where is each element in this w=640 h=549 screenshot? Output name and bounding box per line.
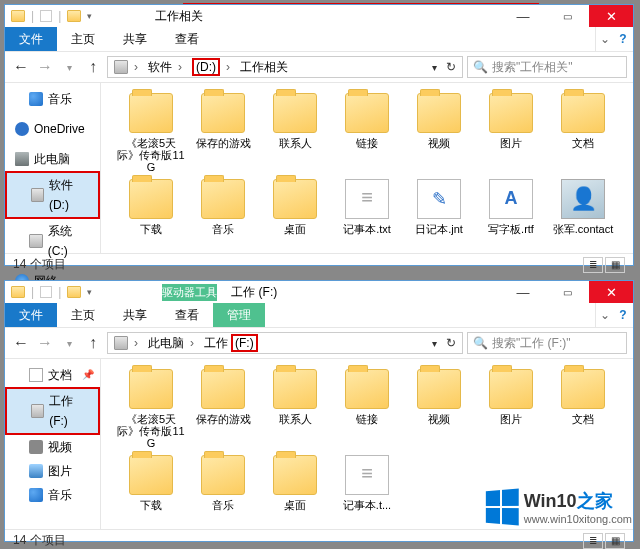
tab-view[interactable]: 查看 <box>161 303 213 327</box>
file-item[interactable]: 文档 <box>547 369 619 455</box>
maximize-button[interactable]: ▭ <box>545 5 589 27</box>
file-pane[interactable]: 《老滚5天际》传奇版11G保存的游戏联系人链接视频图片文档下载音乐桌面记事本.t… <box>101 83 633 253</box>
nav-videos[interactable]: 视频 <box>5 435 100 459</box>
minimize-button[interactable]: — <box>501 281 545 303</box>
breadcrumb[interactable]: 工作 (F:) <box>198 333 268 353</box>
file-item[interactable]: 保存的游戏 <box>187 93 259 179</box>
file-item[interactable]: 视频 <box>403 93 475 179</box>
view-details-button[interactable]: ≣ <box>583 257 603 273</box>
forward-button[interactable]: → <box>35 333 55 353</box>
back-button[interactable]: ← <box>11 333 31 353</box>
qat-placeholder-icon[interactable] <box>40 10 52 22</box>
nav-documents[interactable]: 文档📌 <box>5 363 100 387</box>
file-item[interactable]: 图片 <box>475 93 547 179</box>
file-item[interactable]: 下载 <box>115 179 187 265</box>
history-chevron-icon[interactable]: ▾ <box>59 57 79 77</box>
help-icon[interactable]: ? <box>613 303 633 327</box>
qat-folder-icon[interactable] <box>67 10 81 22</box>
file-item[interactable]: 记事本.txt <box>331 179 403 265</box>
nav-drive-d[interactable]: 软件 (D:) <box>5 171 100 219</box>
qat-folder-icon[interactable] <box>67 286 81 298</box>
tab-home[interactable]: 主页 <box>57 27 109 51</box>
path-chevron-icon[interactable]: ▾ <box>432 62 437 73</box>
nav-this-pc[interactable]: 此电脑 <box>5 147 100 171</box>
nav-music[interactable]: 音乐 <box>5 87 100 111</box>
search-input[interactable]: 🔍 搜索"工作 (F:)" <box>467 332 627 354</box>
file-item[interactable]: 《老滚5天际》传奇版11G <box>115 369 187 455</box>
forward-button[interactable]: → <box>35 57 55 77</box>
qat-chevron-icon[interactable]: ▾ <box>87 11 92 21</box>
nav-drive-f[interactable]: 工作 (F:) <box>5 387 100 435</box>
music-icon <box>29 488 43 502</box>
file-item[interactable]: 音乐 <box>187 179 259 265</box>
file-label: 下载 <box>140 499 162 511</box>
file-item[interactable]: 《老滚5天际》传奇版11G <box>115 93 187 179</box>
window-title: 工作相关 <box>155 8 203 25</box>
breadcrumb[interactable]: 此电脑 <box>142 333 198 353</box>
view-details-button[interactable]: ≣ <box>583 533 603 549</box>
breadcrumb[interactable]: 软件 <box>142 57 186 77</box>
file-item[interactable]: 下载 <box>115 455 187 541</box>
file-item[interactable]: 链接 <box>331 369 403 455</box>
file-item[interactable]: 链接 <box>331 93 403 179</box>
nav-pictures[interactable]: 图片 <box>5 459 100 483</box>
tab-file[interactable]: 文件 <box>5 303 57 327</box>
maximize-button[interactable]: ▭ <box>545 281 589 303</box>
tab-manage[interactable]: 管理 <box>213 303 265 327</box>
file-label: 文档 <box>572 413 594 425</box>
file-item[interactable]: 图片 <box>475 369 547 455</box>
file-item[interactable]: 保存的游戏 <box>187 369 259 455</box>
file-label: 桌面 <box>284 499 306 511</box>
path-box[interactable]: 软件 (D:) 工作相关 ▾ ↻ <box>107 56 463 78</box>
file-item[interactable]: 联系人 <box>259 93 331 179</box>
qat-chevron-icon[interactable]: ▾ <box>87 287 92 297</box>
file-label: 视频 <box>428 413 450 425</box>
breadcrumb[interactable]: 工作相关 <box>234 57 298 77</box>
file-item[interactable]: 联系人 <box>259 369 331 455</box>
file-item[interactable]: 视频 <box>403 369 475 455</box>
tab-file[interactable]: 文件 <box>5 27 57 51</box>
refresh-icon[interactable]: ↻ <box>446 60 456 74</box>
breadcrumb-highlight[interactable]: (D:) <box>186 57 234 77</box>
view-icons-button[interactable]: ▦ <box>605 257 625 273</box>
file-label: 《老滚5天际》传奇版11G <box>115 137 187 173</box>
file-item[interactable]: 桌面 <box>259 455 331 541</box>
file-label: 图片 <box>500 413 522 425</box>
path-box[interactable]: 此电脑 工作 (F:) ▾ ↻ <box>107 332 463 354</box>
ribbon-expand-icon[interactable]: ⌄ <box>595 303 613 327</box>
pin-icon: 📌 <box>82 365 94 385</box>
file-item[interactable]: 日记本.jnt <box>403 179 475 265</box>
nav-onedrive[interactable]: OneDrive <box>5 117 100 141</box>
refresh-icon[interactable]: ↻ <box>446 336 456 350</box>
back-button[interactable]: ← <box>11 57 31 77</box>
path-chevron-icon[interactable]: ▾ <box>432 338 437 349</box>
up-button[interactable]: ↑ <box>83 333 103 353</box>
titlebar[interactable]: | | ▾ 驱动器工具 工作 (F:) — ▭ ✕ <box>5 281 633 303</box>
onedrive-icon <box>15 122 29 136</box>
file-item[interactable]: 文档 <box>547 93 619 179</box>
file-item[interactable]: 记事本.t... <box>331 455 403 541</box>
nav-pane: 文档📌 工作 (F:) 视频 图片 音乐 <box>5 359 101 529</box>
ribbon-expand-icon[interactable]: ⌄ <box>595 27 613 51</box>
history-chevron-icon[interactable]: ▾ <box>59 333 79 353</box>
search-placeholder: 搜索"工作 (F:)" <box>492 335 571 352</box>
nav-music[interactable]: 音乐 <box>5 483 100 507</box>
up-button[interactable]: ↑ <box>83 57 103 77</box>
titlebar[interactable]: | | ▾ 工作相关 — ▭ ✕ <box>5 5 633 27</box>
file-item[interactable]: 张军.contact <box>547 179 619 265</box>
file-item[interactable]: 桌面 <box>259 179 331 265</box>
file-item[interactable]: 写字板.rtf <box>475 179 547 265</box>
tab-share[interactable]: 共享 <box>109 27 161 51</box>
file-item[interactable]: 音乐 <box>187 455 259 541</box>
tab-share[interactable]: 共享 <box>109 303 161 327</box>
view-icons-button[interactable]: ▦ <box>605 533 625 549</box>
close-button[interactable]: ✕ <box>589 5 633 27</box>
minimize-button[interactable]: — <box>501 5 545 27</box>
help-icon[interactable]: ? <box>613 27 633 51</box>
qat-placeholder-icon[interactable] <box>40 286 52 298</box>
tab-home[interactable]: 主页 <box>57 303 109 327</box>
close-button[interactable]: ✕ <box>589 281 633 303</box>
folder-icon <box>561 93 605 133</box>
tab-view[interactable]: 查看 <box>161 27 213 51</box>
search-input[interactable]: 🔍 搜索"工作相关" <box>467 56 627 78</box>
